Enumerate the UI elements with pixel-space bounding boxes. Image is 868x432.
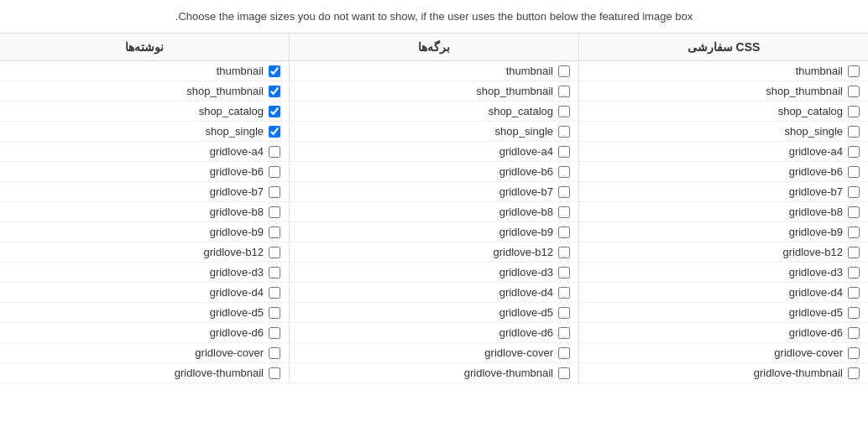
item-checkbox[interactable] — [848, 367, 860, 379]
item-label: gridlove-b6 — [789, 165, 843, 178]
list-item: gridlove-thumbnail — [290, 363, 578, 383]
list-item: thumbnail — [290, 61, 578, 81]
item-checkbox[interactable] — [558, 186, 570, 198]
item-checkbox[interactable] — [269, 247, 280, 258]
item-checkbox[interactable] — [848, 106, 860, 117]
item-label: shop_single — [495, 125, 553, 138]
item-checkbox[interactable] — [558, 86, 570, 97]
item-label: thumbnail — [506, 65, 553, 77]
list-item: shop_catalog — [0, 101, 289, 122]
list-item: gridlove-b9 — [0, 222, 289, 242]
item-checkbox[interactable] — [558, 226, 570, 238]
list-item: gridlove-a4 — [0, 142, 289, 162]
item-checkbox[interactable] — [269, 126, 280, 138]
item-checkbox[interactable] — [848, 327, 860, 339]
list-item: gridlove-cover — [290, 343, 578, 363]
item-checkbox[interactable] — [269, 226, 280, 238]
item-checkbox[interactable] — [558, 166, 570, 178]
list-item: gridlove-b6 — [579, 162, 868, 182]
item-checkbox[interactable] — [558, 146, 570, 158]
item-label: gridlove-thumbnail — [754, 367, 843, 379]
item-checkbox[interactable] — [558, 267, 570, 278]
item-label: gridlove-cover — [774, 346, 843, 359]
list-item: gridlove-d5 — [579, 303, 868, 323]
list-item: gridlove-d5 — [0, 303, 289, 323]
item-label: gridlove-d4 — [210, 286, 264, 299]
item-checkbox[interactable] — [848, 226, 860, 238]
list-item: gridlove-cover — [0, 343, 289, 363]
item-label: gridlove-d5 — [499, 306, 553, 319]
item-label: gridlove-b7 — [499, 185, 553, 198]
item-label: gridlove-b12 — [493, 246, 553, 258]
list-item: gridlove-thumbnail — [579, 363, 868, 383]
list-item: gridlove-b9 — [290, 222, 578, 242]
list-item: shop_single — [579, 122, 868, 142]
item-checkbox[interactable] — [558, 206, 570, 218]
top-notice: .Choose the image sizes you do not want … — [0, 0, 868, 34]
item-checkbox[interactable] — [558, 126, 570, 138]
list-item: gridlove-b6 — [290, 162, 578, 182]
item-checkbox[interactable] — [848, 126, 860, 138]
list-item: gridlove-b9 — [579, 222, 868, 242]
column-header-css: CSS سفارشی — [579, 34, 868, 61]
item-checkbox[interactable] — [269, 106, 280, 117]
col-css-rows: thumbnailshop_thumbnailshop_catalogshop_… — [579, 61, 868, 383]
item-checkbox[interactable] — [558, 106, 570, 117]
item-checkbox[interactable] — [848, 65, 860, 77]
item-checkbox[interactable] — [269, 287, 280, 299]
list-item: shop_thumbnail — [579, 81, 868, 101]
item-label: gridlove-cover — [195, 346, 264, 359]
item-checkbox[interactable] — [848, 267, 860, 278]
item-checkbox[interactable] — [558, 307, 570, 319]
item-label: gridlove-cover — [484, 346, 553, 359]
item-label: gridlove-b9 — [789, 226, 843, 238]
item-checkbox[interactable] — [848, 86, 860, 97]
item-checkbox[interactable] — [848, 186, 860, 198]
columns-wrapper: نوشته‌ها thumbnailshop_thumbnailshop_cat… — [0, 34, 868, 383]
item-label: gridlove-b6 — [499, 165, 553, 178]
item-checkbox[interactable] — [269, 347, 280, 359]
item-checkbox[interactable] — [848, 307, 860, 319]
item-checkbox[interactable] — [848, 347, 860, 359]
item-checkbox[interactable] — [848, 247, 860, 258]
item-checkbox[interactable] — [558, 327, 570, 339]
item-label: gridlove-d6 — [789, 326, 843, 339]
col-noshteh-rows: thumbnailshop_thumbnailshop_catalogshop_… — [0, 61, 289, 383]
item-checkbox[interactable] — [558, 65, 570, 77]
item-label: gridlove-d5 — [789, 306, 843, 319]
item-label: gridlove-d3 — [789, 266, 843, 278]
item-checkbox[interactable] — [848, 287, 860, 299]
item-checkbox[interactable] — [558, 367, 570, 379]
item-checkbox[interactable] — [558, 247, 570, 258]
list-item: gridlove-thumbnail — [0, 363, 289, 383]
item-checkbox[interactable] — [269, 166, 280, 178]
item-checkbox[interactable] — [269, 65, 280, 77]
item-checkbox[interactable] — [269, 186, 280, 198]
list-item: gridlove-d3 — [579, 263, 868, 283]
item-checkbox[interactable] — [269, 327, 280, 339]
item-checkbox[interactable] — [269, 206, 280, 218]
item-label: gridlove-a4 — [789, 145, 843, 158]
list-item: shop_thumbnail — [0, 81, 289, 101]
list-item: gridlove-d4 — [290, 283, 578, 303]
item-label: thumbnail — [796, 65, 843, 77]
item-label: gridlove-b8 — [789, 206, 843, 218]
item-checkbox[interactable] — [269, 86, 280, 97]
item-checkbox[interactable] — [269, 146, 280, 158]
item-label: gridlove-b9 — [210, 226, 264, 238]
item-checkbox[interactable] — [558, 347, 570, 359]
list-item: gridlove-b12 — [0, 242, 289, 263]
item-checkbox[interactable] — [558, 287, 570, 299]
item-checkbox[interactable] — [848, 166, 860, 178]
list-item: gridlove-d6 — [290, 323, 578, 343]
item-checkbox[interactable] — [848, 206, 860, 218]
column-css: CSS سفارشی thumbnailshop_thumbnailshop_c… — [579, 34, 868, 383]
item-checkbox[interactable] — [269, 267, 280, 278]
item-label: gridlove-b12 — [782, 246, 843, 258]
item-label: gridlove-b7 — [789, 185, 843, 198]
item-label: gridlove-d4 — [789, 286, 843, 299]
item-checkbox[interactable] — [269, 307, 280, 319]
item-checkbox[interactable] — [848, 146, 860, 158]
item-checkbox[interactable] — [269, 367, 280, 379]
item-label: shop_thumbnail — [186, 85, 264, 97]
